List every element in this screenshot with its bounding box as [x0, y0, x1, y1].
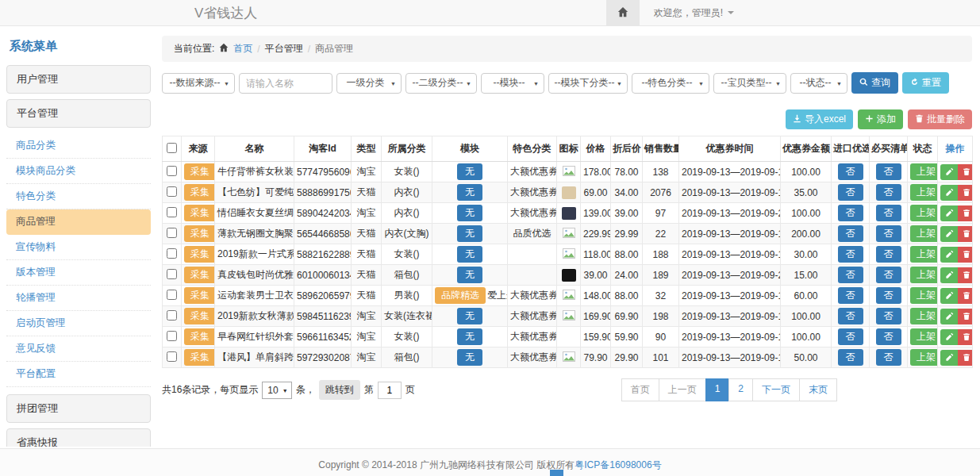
must-buy-toggle-button[interactable]: 否 — [876, 225, 901, 242]
sidebar-item[interactable]: 省惠快报 — [6, 428, 151, 447]
filter-select[interactable]: --宝贝类型-- — [713, 73, 786, 94]
edit-button[interactable] — [940, 309, 958, 324]
import-toggle-button[interactable]: 否 — [838, 246, 863, 263]
sidebar-item[interactable]: 用户管理 — [6, 65, 151, 94]
import-toggle-button[interactable]: 否 — [838, 287, 863, 304]
edit-button[interactable] — [940, 350, 958, 366]
must-buy-toggle-button[interactable]: 否 — [876, 163, 901, 180]
filter-select[interactable]: --二级分类-- — [405, 73, 477, 94]
jump-button[interactable]: 跳转到 — [319, 380, 360, 400]
row-checkbox[interactable] — [167, 207, 177, 217]
import-excel-button[interactable]: 导入excel — [786, 109, 853, 129]
delete-button[interactable] — [958, 205, 973, 221]
must-buy-toggle-button[interactable]: 否 — [876, 184, 901, 201]
select-all-checkbox[interactable] — [167, 143, 177, 153]
row-checkbox[interactable] — [167, 228, 177, 238]
import-toggle-button[interactable]: 否 — [838, 349, 863, 366]
sidebar-item[interactable]: 平台配置 — [6, 362, 151, 387]
sidebar-item[interactable]: 宣传物料 — [6, 235, 151, 260]
filter-select[interactable]: --状态-- — [790, 73, 847, 94]
row-checkbox[interactable] — [167, 351, 177, 362]
import-toggle-button[interactable]: 否 — [838, 328, 863, 345]
sidebar-item[interactable]: 商品分类 — [6, 133, 151, 159]
status-button[interactable]: 上架 — [910, 246, 938, 263]
per-page-select[interactable]: 10 — [262, 382, 291, 399]
import-toggle-button[interactable]: 否 — [838, 163, 863, 180]
search-button[interactable]: 查询 — [851, 72, 898, 94]
import-toggle-button[interactable]: 否 — [838, 267, 863, 283]
filter-select[interactable]: --特色分类-- — [632, 73, 709, 94]
reset-button[interactable]: 重置 — [902, 72, 949, 94]
sidebar-item[interactable]: 轮播管理 — [6, 286, 151, 311]
status-button[interactable]: 上架 — [910, 287, 938, 304]
page-button[interactable]: 2 — [728, 378, 753, 401]
filter-select[interactable]: --模块-- — [481, 73, 544, 94]
row-checkbox[interactable] — [167, 166, 177, 176]
delete-button[interactable] — [958, 350, 973, 366]
batch-delete-button[interactable]: 批量删除 — [908, 109, 972, 129]
home-button[interactable] — [606, 0, 640, 25]
sidebar-item[interactable]: 启动页管理 — [6, 311, 151, 336]
status-button[interactable]: 上架 — [910, 267, 938, 283]
status-button[interactable]: 上架 — [910, 349, 938, 366]
row-checkbox[interactable] — [167, 269, 177, 279]
edit-button[interactable] — [940, 329, 958, 345]
edit-button[interactable] — [940, 205, 958, 221]
filter-select[interactable]: --数据来源-- — [162, 73, 235, 94]
edit-button[interactable] — [940, 185, 958, 201]
delete-button[interactable] — [958, 247, 973, 263]
status-button[interactable]: 上架 — [910, 163, 938, 180]
edit-button[interactable] — [940, 226, 958, 242]
filter-select[interactable]: 一级分类 — [336, 73, 402, 94]
edit-button[interactable] — [940, 267, 958, 283]
delete-button[interactable] — [958, 267, 973, 283]
delete-button[interactable] — [958, 288, 973, 304]
delete-button[interactable] — [958, 226, 973, 242]
name-search-input[interactable] — [239, 73, 332, 94]
edit-button[interactable] — [940, 247, 958, 263]
row-checkbox[interactable] — [167, 290, 177, 300]
delete-button[interactable] — [958, 309, 973, 324]
page-button[interactable]: 下一页 — [752, 378, 800, 401]
page-button[interactable]: 末页 — [799, 378, 837, 401]
sidebar-item[interactable]: 商品管理 — [6, 209, 151, 235]
status-button[interactable]: 上架 — [910, 328, 938, 345]
page-button[interactable]: 上一页 — [659, 378, 706, 401]
must-buy-toggle-button[interactable]: 否 — [876, 267, 901, 283]
sidebar-item[interactable]: 意见反馈 — [6, 336, 151, 362]
breadcrumb-home-link[interactable]: 首页 — [233, 42, 252, 56]
sidebar-item[interactable]: 模块商品分类 — [6, 159, 151, 184]
edit-button[interactable] — [940, 288, 958, 304]
page-number-input[interactable] — [378, 382, 402, 399]
status-button[interactable]: 上架 — [910, 205, 938, 221]
must-buy-toggle-button[interactable]: 否 — [876, 328, 901, 345]
must-buy-toggle-button[interactable]: 否 — [876, 287, 901, 304]
sidebar-item[interactable]: 拼团管理 — [6, 394, 151, 423]
add-button[interactable]: 添加 — [858, 109, 903, 129]
import-toggle-button[interactable]: 否 — [838, 308, 863, 324]
delete-button[interactable] — [958, 164, 973, 180]
edit-button[interactable] — [940, 164, 958, 180]
status-button[interactable]: 上架 — [910, 225, 938, 242]
filter-select[interactable]: --模块下分类-- — [548, 73, 628, 94]
status-button[interactable]: 上架 — [910, 184, 938, 201]
sidebar-item[interactable]: 版本管理 — [6, 260, 151, 286]
page-button[interactable]: 首页 — [621, 378, 659, 401]
icp-link[interactable]: 粤ICP备16098006号 — [575, 459, 661, 470]
must-buy-toggle-button[interactable]: 否 — [876, 205, 901, 221]
user-menu[interactable]: 欢迎您，管理员! — [654, 6, 734, 20]
row-checkbox[interactable] — [167, 331, 177, 341]
sidebar-item[interactable]: 特色分类 — [6, 184, 151, 209]
page-button[interactable]: 1 — [705, 378, 730, 401]
import-toggle-button[interactable]: 否 — [838, 225, 863, 242]
row-checkbox[interactable] — [167, 248, 177, 259]
status-button[interactable]: 上架 — [910, 308, 938, 324]
sidebar-item[interactable]: 平台管理 — [6, 99, 151, 128]
must-buy-toggle-button[interactable]: 否 — [876, 308, 901, 324]
row-checkbox[interactable] — [167, 310, 177, 321]
row-checkbox[interactable] — [167, 186, 177, 197]
import-toggle-button[interactable]: 否 — [838, 205, 863, 221]
must-buy-toggle-button[interactable]: 否 — [876, 246, 901, 263]
import-toggle-button[interactable]: 否 — [838, 184, 863, 201]
delete-button[interactable] — [958, 329, 973, 345]
